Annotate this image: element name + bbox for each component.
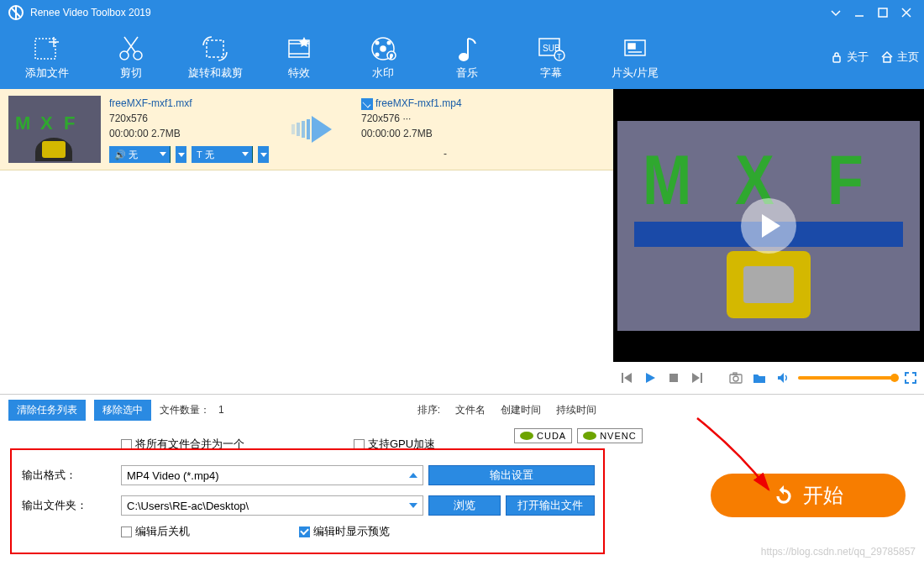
svg-rect-1: [879, 8, 887, 17]
open-folder-button[interactable]: [751, 369, 768, 386]
remove-selected-button[interactable]: 移除选中: [94, 400, 151, 421]
svg-rect-41: [669, 374, 678, 382]
prev-button[interactable]: [618, 369, 635, 386]
svg-rect-35: [302, 121, 305, 138]
svg-rect-38: [622, 373, 623, 383]
close-button[interactable]: [897, 3, 916, 22]
arrow-icon: [277, 96, 353, 163]
svg-rect-11: [207, 40, 223, 57]
fullscreen-button[interactable]: [902, 369, 919, 386]
minimize-button[interactable]: [850, 3, 869, 22]
subtitle-button[interactable]: SUBT字幕: [509, 28, 593, 86]
play-button[interactable]: [642, 369, 659, 386]
edit-icon[interactable]: [361, 98, 373, 110]
svg-point-16: [381, 46, 386, 51]
svg-rect-33: [291, 124, 295, 134]
svg-line-10: [124, 37, 135, 52]
svg-point-8: [134, 51, 142, 60]
intro-outro-button[interactable]: 片头/片尾: [593, 28, 677, 86]
volume-icon[interactable]: [774, 369, 791, 386]
file-list: MXF freeMXF-mxf1.mxf 720x576 00:00:00 2.…: [0, 89, 613, 394]
svg-rect-46: [733, 373, 737, 375]
file-count-label: 文件数量：: [160, 403, 210, 417]
audio-track-more[interactable]: [176, 146, 186, 163]
add-file-button[interactable]: 添加文件: [5, 28, 89, 86]
music-button[interactable]: 音乐: [425, 28, 509, 86]
rotate-crop-button[interactable]: 旋转和裁剪: [173, 28, 257, 86]
svg-text:T: T: [557, 52, 562, 60]
list-toolbar: 清除任务列表 移除选中 文件数量： 1 排序: 文件名 创建时间 持续时间: [0, 395, 924, 425]
svg-marker-37: [312, 116, 332, 143]
next-button[interactable]: [689, 369, 706, 386]
preview-controls: [613, 362, 924, 394]
watermark-text: https://blog.csdn.net/qq_29785857: [761, 546, 916, 558]
titlebar: Renee Video Toolbox 2019: [0, 0, 924, 25]
svg-point-45: [733, 376, 738, 381]
video-preview[interactable]: MXF: [613, 89, 924, 362]
effects-button[interactable]: 特效: [257, 28, 341, 86]
file-thumbnail: MXF: [8, 96, 101, 163]
about-link[interactable]: 关于: [830, 50, 869, 65]
cut-button[interactable]: 剪切: [89, 28, 173, 86]
cuda-badge: CUDA: [514, 428, 572, 443]
subtitle-track-select[interactable]: T 无: [192, 146, 253, 163]
watermark-button[interactable]: 水印: [341, 28, 425, 86]
clear-list-button[interactable]: 清除任务列表: [8, 400, 86, 421]
output-panel: 将所有文件合并为一个 支持GPU加速 CUDA NVENC 输出格式： MP4 …: [0, 425, 924, 561]
svg-rect-31: [833, 56, 840, 62]
svg-marker-42: [692, 373, 700, 383]
svg-line-9: [127, 37, 138, 52]
sort-label: 排序:: [417, 403, 440, 417]
preview-panel: MXF: [613, 89, 924, 394]
subtitle-track-more[interactable]: [258, 146, 269, 163]
svg-rect-32: [884, 57, 890, 62]
output-file-info: freeMXF-mxf1.mp4 720x576 ··· 00:00:00 2.…: [361, 96, 529, 163]
input-file-info: freeMXF-mxf1.mxf 720x576 00:00:00 2.7MB …: [109, 96, 269, 163]
home-link[interactable]: 主页: [880, 50, 919, 65]
svg-point-19: [375, 53, 380, 57]
audio-track-select[interactable]: 🔊 无: [109, 146, 171, 163]
svg-rect-36: [307, 119, 310, 139]
svg-rect-43: [701, 373, 702, 383]
play-overlay-icon[interactable]: [741, 198, 796, 254]
sort-by-name[interactable]: 文件名: [455, 403, 486, 417]
svg-point-7: [120, 51, 129, 60]
file-count: 1: [218, 404, 224, 416]
snapshot-button[interactable]: [727, 369, 744, 386]
svg-point-18: [387, 41, 391, 45]
svg-rect-34: [297, 123, 300, 136]
window-title: Renee Video Toolbox 2019: [30, 7, 151, 18]
volume-slider[interactable]: [798, 376, 895, 380]
svg-marker-47: [778, 373, 784, 383]
start-button[interactable]: 开始: [711, 474, 906, 517]
folder-select[interactable]: C:\Users\RE-ac\Desktop\: [121, 495, 423, 516]
format-select[interactable]: MP4 Video (*.mp4): [121, 465, 423, 485]
sort-by-duration[interactable]: 持续时间: [556, 403, 596, 417]
svg-point-22: [459, 54, 468, 60]
svg-marker-40: [646, 373, 655, 383]
file-row[interactable]: MXF freeMXF-mxf1.mxf 720x576 00:00:00 2.…: [0, 89, 613, 170]
stop-button[interactable]: [665, 369, 682, 386]
nvenc-badge: NVENC: [577, 428, 643, 443]
app-logo-icon: [8, 5, 24, 20]
svg-marker-39: [624, 373, 632, 383]
sort-by-ctime[interactable]: 创建时间: [501, 403, 541, 417]
dropdown-icon[interactable]: [827, 3, 845, 22]
main-toolbar: 添加文件 剪切 旋转和裁剪 特效 水印 音乐 SUBT字幕 片头/片尾 关于 主…: [0, 25, 924, 89]
maximize-button[interactable]: [874, 3, 892, 22]
svg-point-17: [375, 41, 380, 45]
svg-rect-29: [628, 44, 635, 49]
